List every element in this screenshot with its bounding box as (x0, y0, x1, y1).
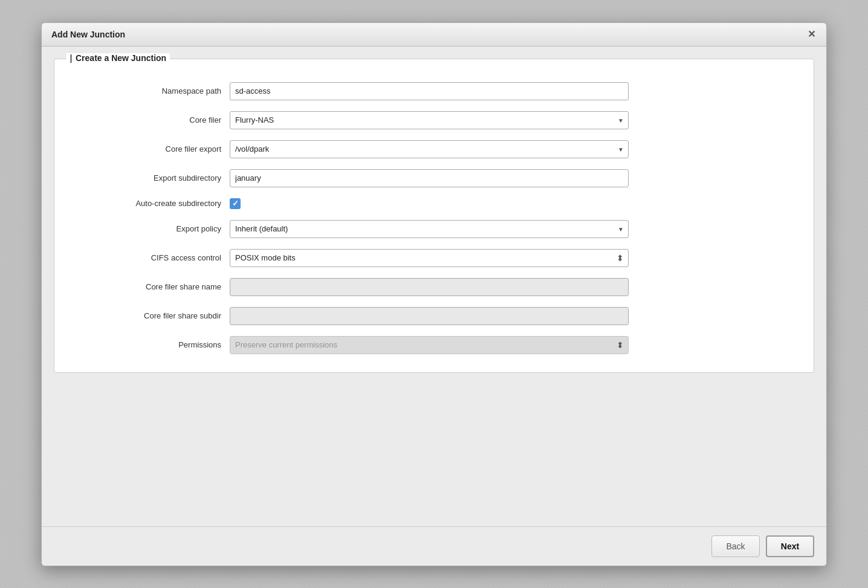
permissions-select[interactable]: Preserve current permissions (230, 336, 629, 354)
share-subdir-row: Core filer share subdir (73, 307, 795, 325)
namespace-path-control (230, 82, 629, 100)
section-title: Create a New Junction (66, 53, 170, 63)
export-policy-control: Inherit (default) (230, 220, 629, 238)
permissions-select-wrapper: Preserve current permissions (230, 336, 629, 354)
share-subdir-control (230, 307, 629, 325)
export-policy-row: Export policy Inherit (default) (73, 220, 795, 238)
namespace-path-label: Namespace path (73, 86, 230, 95)
share-subdir-label: Core filer share subdir (73, 311, 230, 320)
core-filer-export-select[interactable]: /vol/dpark (230, 140, 629, 158)
back-button[interactable]: Back (711, 535, 760, 557)
form-section: Create a New Junction Namespace path Cor… (54, 59, 814, 373)
dialog-titlebar: Add New Junction ✕ (42, 23, 826, 47)
permissions-control: Preserve current permissions (230, 336, 629, 354)
export-policy-select-wrapper: Inherit (default) (230, 220, 629, 238)
cifs-access-select[interactable]: POSIX mode bits (230, 249, 629, 267)
auto-create-checkbox-wrapper (230, 198, 629, 209)
core-filer-select-wrapper: Flurry-NAS (230, 111, 629, 129)
auto-create-checkbox[interactable] (230, 198, 241, 209)
export-policy-select[interactable]: Inherit (default) (230, 220, 629, 238)
share-name-row: Core filer share name (73, 278, 795, 296)
export-subdir-label: Export subdirectory (73, 173, 230, 183)
add-junction-dialog: Add New Junction ✕ Create a New Junction… (41, 22, 827, 566)
close-button[interactable]: ✕ (806, 29, 817, 40)
export-subdir-row: Export subdirectory (73, 169, 795, 187)
share-name-label: Core filer share name (73, 282, 230, 291)
core-filer-select[interactable]: Flurry-NAS (230, 111, 629, 129)
auto-create-control (230, 198, 629, 209)
dialog-footer: Back Next (42, 526, 826, 566)
dialog-title: Add New Junction (51, 30, 125, 39)
next-button[interactable]: Next (766, 535, 814, 557)
namespace-path-row: Namespace path (73, 82, 795, 100)
cifs-access-row: CIFS access control POSIX mode bits (73, 249, 795, 267)
share-subdir-input[interactable] (230, 307, 629, 325)
core-filer-export-row: Core filer export /vol/dpark (73, 140, 795, 158)
export-policy-label: Export policy (73, 224, 230, 233)
cifs-access-select-wrapper: POSIX mode bits (230, 249, 629, 267)
core-filer-control: Flurry-NAS (230, 111, 629, 129)
cifs-access-label: CIFS access control (73, 253, 230, 262)
auto-create-row: Auto-create subdirectory (73, 198, 795, 209)
share-name-control (230, 278, 629, 296)
core-filer-row: Core filer Flurry-NAS (73, 111, 795, 129)
export-subdir-input[interactable] (230, 169, 629, 187)
core-filer-export-label: Core filer export (73, 144, 230, 153)
core-filer-export-select-wrapper: /vol/dpark (230, 140, 629, 158)
permissions-row: Permissions Preserve current permissions (73, 336, 795, 354)
dialog-body: Create a New Junction Namespace path Cor… (42, 47, 826, 526)
core-filer-export-control: /vol/dpark (230, 140, 629, 158)
auto-create-label: Auto-create subdirectory (73, 199, 230, 208)
share-name-input[interactable] (230, 278, 629, 296)
core-filer-label: Core filer (73, 115, 230, 124)
namespace-path-input[interactable] (230, 82, 629, 100)
permissions-label: Permissions (73, 340, 230, 349)
cifs-access-control: POSIX mode bits (230, 249, 629, 267)
export-subdir-control (230, 169, 629, 187)
